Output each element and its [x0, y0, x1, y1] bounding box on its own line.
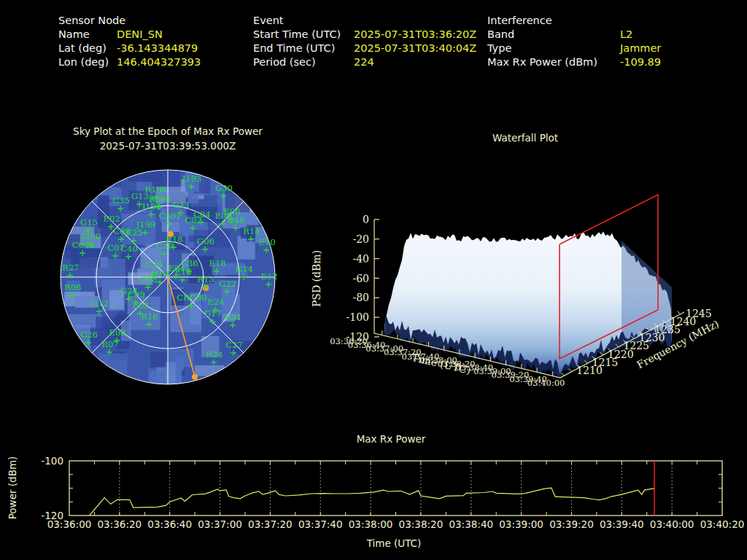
satellite-label: J195	[142, 201, 162, 211]
time-tick-label: 03:40:00	[527, 378, 565, 388]
sky-plot: J193G30C35G13R196R295J195G11E02G15C501C0…	[61, 156, 278, 397]
power-xtick-label: 03:37:00	[198, 518, 242, 530]
power-xtick-label: 03:39:40	[600, 518, 644, 530]
satellite-label: J193	[182, 174, 202, 184]
power-xtick-label: 03:37:20	[248, 518, 293, 530]
satellite-label: CRG30	[177, 292, 206, 303]
satellite-label: C35	[112, 195, 129, 206]
satellite-label: R16	[141, 311, 158, 322]
sensor-event-dashboard: Sensor Node NameDENI_SN Lat (deg)-36.143…	[0, 0, 747, 560]
satellite-label: E18	[209, 258, 225, 268]
satellite-label: G17	[204, 308, 222, 319]
satellite-label: E31	[225, 312, 241, 322]
satellite-label: C36	[181, 258, 198, 268]
satellite-label: R07	[101, 339, 118, 349]
sky-patch	[128, 172, 162, 182]
sky-patch	[98, 354, 127, 374]
satellite-label: C09	[128, 289, 144, 300]
satellite-label: E25	[125, 228, 142, 238]
sky-patch	[175, 357, 184, 370]
satellite-label: C20	[156, 241, 173, 251]
satellite-label: C02	[185, 215, 201, 225]
satellite-label: G22	[219, 279, 236, 289]
satellite-label: G14	[236, 264, 253, 274]
plots-canvas: J193G30C35G13R196R295J195G11E02G15C501C0…	[0, 0, 747, 560]
psd-tick-label: -20	[352, 233, 369, 245]
psd-tick-label: -40	[352, 253, 369, 265]
satellite-label: E05	[132, 300, 149, 311]
orange-marker	[192, 374, 198, 380]
satellite-label: G08	[140, 274, 158, 284]
satellite-label: R14	[243, 226, 260, 236]
power-xtick-label: 03:36:40	[147, 518, 192, 530]
satellite-label: R06	[64, 282, 81, 292]
satellite-label: E12	[260, 271, 277, 281]
satellite-label: C27	[225, 340, 242, 350]
freq-minor-tick	[678, 311, 681, 314]
freq-tick-label: 1245	[686, 308, 712, 319]
satellite-label: C26	[80, 330, 97, 340]
max-rx-power-trace	[90, 488, 655, 516]
power-xtick-label: 03:39:00	[499, 518, 543, 530]
satellite-label: C604	[72, 240, 95, 250]
satellite-label: E02	[103, 214, 120, 224]
psd-tick-label: 0	[363, 214, 369, 225]
satellite-label: R196	[145, 184, 168, 195]
satellite-label: E08	[109, 327, 125, 338]
power-xtick-label: 03:40:00	[650, 518, 694, 530]
satellite-label: E10	[258, 237, 275, 247]
satellite-label: R27	[62, 262, 79, 273]
satellite-label: R24	[206, 349, 222, 359]
sky-patch	[170, 306, 201, 332]
power-plot: -100-12003:36:0003:36:2003:36:4003:37:00…	[41, 455, 744, 530]
satellite-label: C40	[120, 244, 137, 254]
satellite-label: R15	[197, 274, 214, 284]
psd-tick-label: -80	[352, 292, 369, 303]
psd-tick-label: -100	[347, 311, 369, 323]
power-xtick-label: 03:38:20	[399, 518, 444, 530]
satellite-label: G15	[80, 217, 98, 228]
orange-marker	[203, 285, 209, 291]
power-xtick-label: 03:38:40	[449, 518, 493, 530]
power-xtick-label: 03:36:00	[47, 518, 92, 530]
power-xtick-label: 03:38:00	[349, 518, 393, 530]
satellite-label: G06	[197, 236, 214, 246]
sky-patch	[166, 362, 176, 398]
power-ytick-label: -100	[41, 455, 63, 467]
satellite-label: C46	[228, 215, 244, 225]
power-xtick-label: 03:40:20	[700, 518, 745, 530]
psd-tick-label: -60	[352, 273, 369, 284]
satellite-label: C501	[159, 211, 182, 221]
satellite-label: G11	[173, 200, 190, 210]
satellite-label: G12	[91, 298, 109, 308]
satellite-label: E24	[207, 297, 224, 307]
waterfall-plot: 0-20-40-60-80-100-12003:36:2003:36:4003:…	[330, 195, 711, 388]
power-xtick-label: 03:37:40	[298, 518, 343, 530]
power-xtick-label: 03:36:20	[98, 518, 142, 530]
satellite-label: G30	[215, 183, 233, 193]
satellite-label: C39	[145, 260, 162, 270]
power-xtick-label: 03:39:20	[549, 518, 594, 530]
power-plot-frame	[69, 461, 722, 516]
